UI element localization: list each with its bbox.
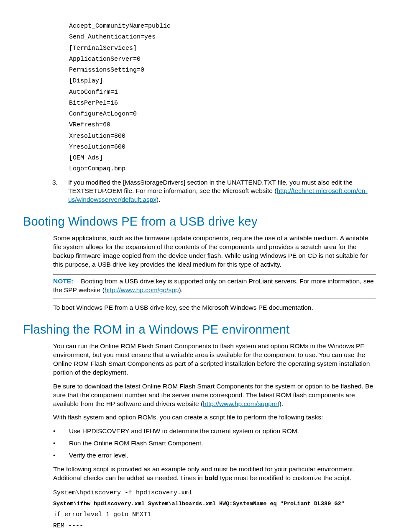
- note-text: Booting from a USB drive key is supporte…: [53, 278, 374, 293]
- text-span: ).: [156, 196, 160, 203]
- bullet-icon: •: [53, 439, 69, 448]
- list-item: • Verify the error level.: [53, 451, 376, 460]
- text-span: ).: [279, 400, 283, 407]
- heading-usb-boot: Booting Windows PE from a USB drive key: [23, 213, 376, 230]
- list-number: 3.: [52, 178, 68, 205]
- note-box: NOTE:Booting from a USB drive key is sup…: [53, 274, 376, 298]
- code-line: System\hpdiscovery -f hpdiscovery.xml: [53, 489, 192, 496]
- list-item-text: If you modified the [MassStorageDrivers]…: [68, 178, 376, 205]
- code-line: if errorlevel 1 goto NEXT1: [53, 511, 151, 518]
- document-page: Accept_CommunityName=public Send_Authent…: [0, 0, 399, 532]
- paragraph: The following script is provided as an e…: [53, 465, 376, 483]
- bullet-text: Run the Online ROM Flash Smart Component…: [69, 439, 376, 448]
- list-item: • Use HPDISCOVERY and IFHW to determine …: [53, 427, 376, 436]
- bullet-list: • Use HPDISCOVERY and IFHW to determine …: [53, 427, 376, 460]
- paragraph: With flash system and option ROMs, you c…: [53, 413, 376, 422]
- code-line: REM ----: [53, 522, 83, 529]
- bullet-icon: •: [53, 427, 69, 436]
- bullet-text: Use HPDISCOVERY and IFHW to determine th…: [69, 427, 376, 436]
- paragraph: To boot Windows PE from a USB drive key,…: [53, 303, 376, 312]
- list-item: • Run the Online ROM Flash Smart Compone…: [53, 439, 376, 448]
- ordered-list-item-3: 3. If you modified the [MassStorageDrive…: [52, 178, 376, 205]
- spp-link[interactable]: http://www.hp.com/go/spp: [105, 286, 179, 293]
- paragraph: You can run the Online ROM Flash Smart C…: [53, 342, 376, 377]
- paragraph: Be sure to download the latest Online RO…: [53, 382, 376, 409]
- bullet-text: Verify the error level.: [69, 451, 376, 460]
- note-label: NOTE:: [53, 278, 73, 285]
- heading-rom-flash: Flashing the ROM in a Windows PE environ…: [23, 321, 376, 338]
- code-block-top: Accept_CommunityName=public Send_Authent…: [69, 21, 376, 175]
- code-block-bottom: System\hpdiscovery -f hpdiscovery.xml Sy…: [53, 488, 376, 532]
- hp-support-link[interactable]: http://www.hp.com/support: [203, 400, 279, 407]
- bold-word: bold: [205, 474, 218, 481]
- text-span: type must be modified to customize the s…: [218, 474, 352, 481]
- bullet-icon: •: [53, 451, 69, 460]
- paragraph: Some applications, such as the firmware …: [53, 234, 376, 269]
- note-text: ).: [179, 286, 182, 293]
- code-line-bold: System\ifhw hpdiscovery.xml System\allbo…: [53, 501, 345, 507]
